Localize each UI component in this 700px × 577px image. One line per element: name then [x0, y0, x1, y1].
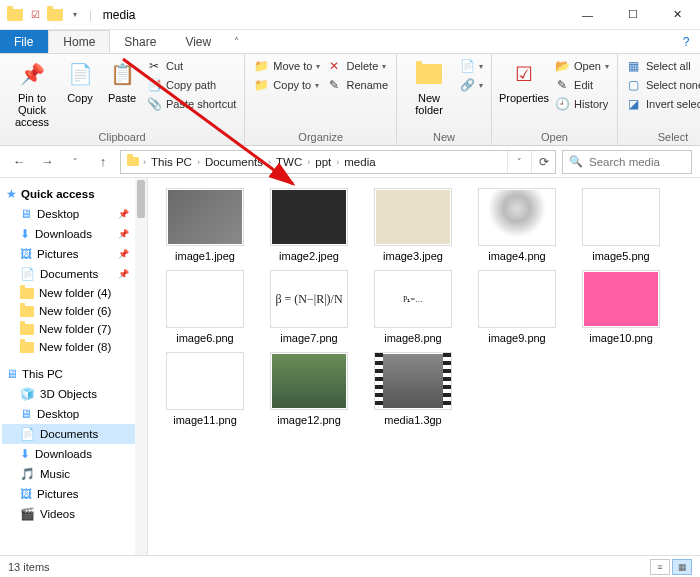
help-icon[interactable]: ? [672, 30, 700, 53]
navigation-pane[interactable]: ★ Quick access 🖥Desktop📌⬇Downloads📌🖼Pict… [0, 178, 148, 555]
nav-item[interactable]: 🎵Music [2, 464, 145, 484]
nav-item[interactable]: New folder (7) [2, 320, 145, 338]
item-count: 13 items [8, 561, 50, 573]
nav-item[interactable]: 🖼Pictures📌 [2, 244, 145, 264]
file-item[interactable]: image12.png [266, 352, 352, 426]
minimize-button[interactable]: — [565, 0, 610, 30]
select-none-button[interactable]: ▢Select none [626, 77, 700, 93]
file-item[interactable]: image5.png [578, 188, 664, 262]
nav-item[interactable]: 🖥Desktop📌 [2, 204, 145, 224]
new-item-button[interactable]: 📄▾ [459, 58, 483, 74]
breadcrumb-thispc[interactable]: This PC [148, 156, 195, 168]
qat-dropdown-icon[interactable]: ▾ [66, 6, 84, 24]
chevron-right-icon[interactable]: › [143, 157, 146, 167]
forward-button[interactable]: → [36, 151, 58, 173]
file-name: image6.png [162, 332, 248, 344]
file-item[interactable]: image9.png [474, 270, 560, 344]
file-item[interactable]: image10.png [578, 270, 664, 344]
file-item[interactable]: image4.png [474, 188, 560, 262]
tab-home[interactable]: Home [48, 30, 110, 53]
nav-item[interactable]: 📄Documents [2, 424, 145, 444]
new-folder-icon [413, 58, 445, 90]
ribbon-collapse-icon[interactable]: ˄ [226, 30, 246, 53]
pc-icon: 🖥 [6, 367, 18, 381]
move-to-button[interactable]: 📁Move to▾ [253, 58, 320, 74]
select-all-button[interactable]: ▦Select all [626, 58, 700, 74]
nav-item[interactable]: New folder (8) [2, 338, 145, 356]
group-select: ▦Select all ▢Select none ◪Invert selecti… [618, 54, 700, 145]
breadcrumb-documents[interactable]: Documents [202, 156, 266, 168]
thumbnail [166, 188, 244, 246]
nav-item[interactable]: 🖥Desktop [2, 404, 145, 424]
quick-access-header[interactable]: ★ Quick access [2, 184, 145, 204]
chevron-right-icon[interactable]: › [336, 157, 339, 167]
nav-item[interactable]: 🧊3D Objects [2, 384, 145, 404]
search-input[interactable] [589, 156, 700, 168]
thumbnail [478, 188, 556, 246]
breadcrumb-ppt[interactable]: ppt [312, 156, 334, 168]
search-box[interactable]: 🔍 [562, 150, 692, 174]
delete-button[interactable]: ✕Delete▾ [326, 58, 388, 74]
edit-button[interactable]: ✎Edit [554, 77, 609, 93]
properties-qat-icon[interactable]: ☑ [26, 6, 44, 24]
rename-icon: ✎ [326, 77, 342, 93]
nav-item-label: Pictures [37, 488, 79, 500]
chevron-right-icon[interactable]: › [197, 157, 200, 167]
paste-button[interactable]: 📋 Paste [104, 58, 140, 104]
new-folder-qat-icon[interactable] [46, 6, 64, 24]
copy-path-button[interactable]: 📑Copy path [146, 77, 236, 93]
folder-icon [20, 288, 34, 299]
file-item[interactable]: image6.png [162, 270, 248, 344]
copy-to-icon: 📁 [253, 77, 269, 93]
rename-button[interactable]: ✎Rename [326, 77, 388, 93]
nav-item-label: 3D Objects [40, 388, 97, 400]
new-folder-button[interactable]: New folder [405, 58, 453, 116]
up-button[interactable]: ↑ [92, 151, 114, 173]
nav-item[interactable]: ⬇Downloads [2, 444, 145, 464]
nav-item[interactable]: 🖼Pictures [2, 484, 145, 504]
refresh-button[interactable]: ⟳ [531, 151, 555, 173]
chevron-right-icon[interactable]: › [268, 157, 271, 167]
file-item[interactable]: image2.jpeg [266, 188, 352, 262]
file-name: image1.jpeg [162, 250, 248, 262]
file-item[interactable]: image3.jpeg [370, 188, 456, 262]
details-view-button[interactable]: ≡ [650, 559, 670, 575]
recent-locations-button[interactable]: ˅ [64, 151, 86, 173]
invert-selection-button[interactable]: ◪Invert selection [626, 96, 700, 112]
maximize-button[interactable]: ☐ [610, 0, 655, 30]
properties-button[interactable]: ☑ Properties [500, 58, 548, 104]
nav-item[interactable]: 📄Documents📌 [2, 264, 145, 284]
address-bar[interactable]: › This PC › Documents › TWC › ppt › medi… [120, 150, 556, 174]
tab-view[interactable]: View [171, 30, 226, 53]
this-pc-header[interactable]: 🖥 This PC [2, 364, 145, 384]
back-button[interactable]: ← [8, 151, 30, 173]
breadcrumb-twc[interactable]: TWC [273, 156, 305, 168]
file-item[interactable]: image11.png [162, 352, 248, 426]
paste-shortcut-button[interactable]: 📎Paste shortcut [146, 96, 236, 112]
nav-item[interactable]: New folder (4) [2, 284, 145, 302]
nav-item[interactable]: ⬇Downloads📌 [2, 224, 145, 244]
file-list[interactable]: image1.jpegimage2.jpegimage3.jpegimage4.… [148, 178, 700, 555]
breadcrumb-media[interactable]: media [341, 156, 378, 168]
file-item[interactable]: media1.3gp [370, 352, 456, 426]
icons-view-button[interactable]: ▦ [672, 559, 692, 575]
copy-to-button[interactable]: 📁Copy to▾ [253, 77, 320, 93]
address-dropdown-button[interactable]: ˅ [507, 151, 531, 173]
nav-item[interactable]: New folder (6) [2, 302, 145, 320]
ribbon: 📌 Pin to Quick access 📄 Copy 📋 Paste ✂Cu… [0, 54, 700, 146]
nav-item[interactable]: 🎬Videos [2, 504, 145, 524]
file-item[interactable]: β = (N−|R|)/Nimage7.png [266, 270, 352, 344]
chevron-right-icon[interactable]: › [307, 157, 310, 167]
open-button[interactable]: 📂Open▾ [554, 58, 609, 74]
cut-button[interactable]: ✂Cut [146, 58, 236, 74]
copy-button[interactable]: 📄 Copy [62, 58, 98, 104]
tab-share[interactable]: Share [110, 30, 171, 53]
easy-access-button[interactable]: 🔗▾ [459, 77, 483, 93]
history-button[interactable]: 🕘History [554, 96, 609, 112]
pin-to-quick-access-button[interactable]: 📌 Pin to Quick access [8, 58, 56, 128]
file-item[interactable]: image1.jpeg [162, 188, 248, 262]
close-button[interactable]: ✕ [655, 0, 700, 30]
file-item[interactable]: P₁=…image8.png [370, 270, 456, 344]
nav-scrollbar[interactable] [135, 178, 147, 555]
tab-file[interactable]: File [0, 30, 48, 53]
